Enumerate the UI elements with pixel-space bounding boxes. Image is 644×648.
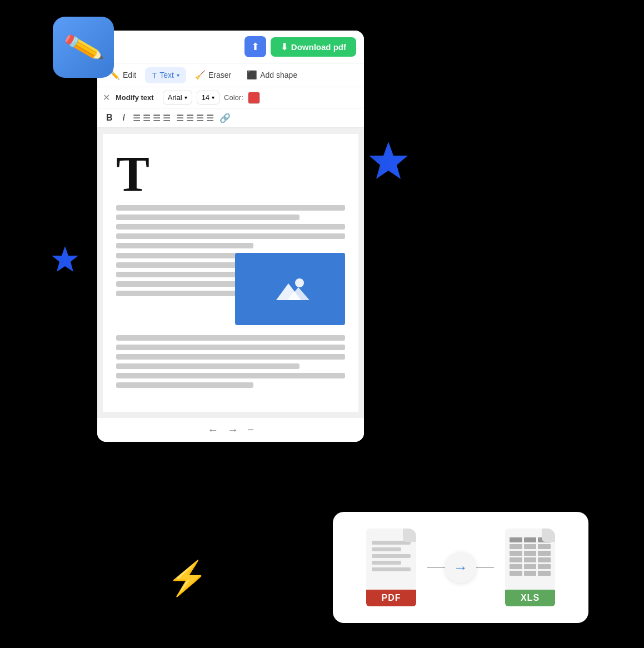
xls-cell <box>510 551 522 556</box>
xls-label: XLS <box>521 593 540 603</box>
xls-cell <box>524 544 537 549</box>
xls-cell <box>510 537 522 542</box>
modify-text-label: Modify text <box>116 93 154 102</box>
xls-cell <box>510 544 522 549</box>
tool-tabs: ✏️ Edit T Text ▾ 🧹 Eraser ⬛ Add shape <box>97 63 364 87</box>
pdf-file-icon: PDF <box>366 529 416 606</box>
xls-cell <box>538 537 551 542</box>
tab-edit-label: Edit <box>123 71 136 79</box>
xls-paper <box>505 529 555 590</box>
nav-forward-button[interactable]: → <box>227 423 238 436</box>
xls-row <box>510 557 551 562</box>
document-page: T <box>103 134 358 412</box>
add-shape-icon: ⬛ <box>247 70 257 80</box>
doc-line <box>116 335 345 341</box>
arrow-icon: → <box>453 559 468 576</box>
star-small-icon <box>50 245 81 275</box>
doc-line <box>116 233 345 239</box>
nav-zoom-out-button[interactable]: − <box>247 423 254 436</box>
xls-cell <box>524 564 537 569</box>
doc-image-placeholder <box>235 253 345 325</box>
arrow-circle: → <box>445 552 476 583</box>
doc-content-area <box>116 253 345 331</box>
font-name: Arial <box>168 93 182 102</box>
font-dropdown-icon: ▾ <box>184 94 187 101</box>
align-right-button[interactable]: ☰ <box>153 113 161 123</box>
lightning-icon: ⚡ <box>167 559 208 598</box>
doc-text-lines-bottom <box>116 335 345 388</box>
xls-cell <box>510 557 522 562</box>
xls-cell <box>524 551 537 556</box>
xls-row <box>510 571 551 576</box>
file-line <box>372 567 411 571</box>
star-large-icon <box>366 139 411 183</box>
xls-badge: XLS <box>505 590 555 606</box>
font-select[interactable]: Arial ▾ <box>163 91 192 104</box>
mountain-svg <box>271 275 309 303</box>
xls-cell <box>538 564 551 569</box>
xls-cell <box>538 551 551 556</box>
download-icon: ⬇ <box>281 42 288 52</box>
doc-line <box>116 243 253 248</box>
align-justify-button[interactable]: ☰ <box>163 113 171 123</box>
conversion-card: PDF → <box>333 512 588 623</box>
upload-button[interactable]: ⬆ <box>244 36 266 57</box>
text-tool-icon: T <box>152 71 157 80</box>
doc-line <box>116 382 253 388</box>
tab-add-shape[interactable]: ⬛ Add shape <box>240 67 304 83</box>
list-numbered-button[interactable]: ☰ <box>186 113 194 123</box>
format-toolbar: ✕ Modify text Arial ▾ 14 ▾ Color: <box>97 87 364 108</box>
xls-row <box>510 544 551 549</box>
xls-cell <box>538 557 551 562</box>
document-canvas: T <box>97 128 364 417</box>
list-indent-button[interactable]: ☰ <box>196 113 204 123</box>
size-select[interactable]: 14 ▾ <box>197 91 219 104</box>
text-dropdown-icon: ▾ <box>177 72 179 78</box>
align-center-button[interactable]: ☰ <box>143 113 151 123</box>
format-close-button[interactable]: ✕ <box>103 92 110 103</box>
color-swatch[interactable] <box>248 92 260 104</box>
link-button[interactable]: 🔗 <box>219 113 231 123</box>
xls-cell <box>524 557 537 562</box>
xls-cell <box>510 571 522 576</box>
xls-cell <box>524 571 537 576</box>
bold-button[interactable]: B <box>104 112 115 124</box>
conversion-arrow: → <box>427 552 494 583</box>
tab-eraser[interactable]: 🧹 Eraser <box>188 67 238 83</box>
xls-row <box>510 564 551 569</box>
tab-add-shape-label: Add shape <box>260 71 297 79</box>
align-left-button[interactable]: ☰ <box>133 113 141 123</box>
doc-line <box>116 205 345 211</box>
doc-line <box>116 345 345 350</box>
file-line <box>372 547 401 551</box>
doc-line <box>116 215 299 220</box>
xls-cell <box>538 544 551 549</box>
tab-eraser-label: Eraser <box>208 71 231 79</box>
download-button[interactable]: ⬇ Download pdf <box>271 37 356 57</box>
doc-line <box>116 224 345 230</box>
file-line <box>372 554 411 558</box>
list-outdent-button[interactable]: ☰ <box>206 113 214 123</box>
pdf-badge: PDF <box>366 590 416 606</box>
xls-row <box>510 551 551 556</box>
download-label: Download pdf <box>291 42 346 52</box>
size-dropdown-icon: ▾ <box>212 94 214 101</box>
doc-text-lines-top <box>116 205 345 248</box>
app-icon: ✏️ <box>53 17 114 78</box>
xls-grid <box>510 537 551 576</box>
svg-marker-0 <box>369 142 408 179</box>
text-format-bar: B I ☰ ☰ ☰ ☰ ☰ ☰ ☰ ☰ 🔗 <box>97 108 364 128</box>
xls-cell <box>524 537 537 542</box>
svg-point-3 <box>295 278 304 287</box>
xls-cell <box>538 571 551 576</box>
file-line <box>372 541 411 545</box>
tab-text[interactable]: T Text ▾ <box>145 67 186 83</box>
xls-row <box>510 537 551 542</box>
editor-card: ⬆ ⬇ Download pdf ✏️ Edit T Text ▾ 🧹 Eras… <box>97 31 364 442</box>
svg-marker-1 <box>52 246 78 272</box>
list-bullet-button[interactable]: ☰ <box>176 113 184 123</box>
italic-button[interactable]: I <box>121 112 127 124</box>
xls-cell <box>510 564 522 569</box>
upload-icon: ⬆ <box>251 41 259 53</box>
nav-back-button[interactable]: ← <box>207 423 218 436</box>
